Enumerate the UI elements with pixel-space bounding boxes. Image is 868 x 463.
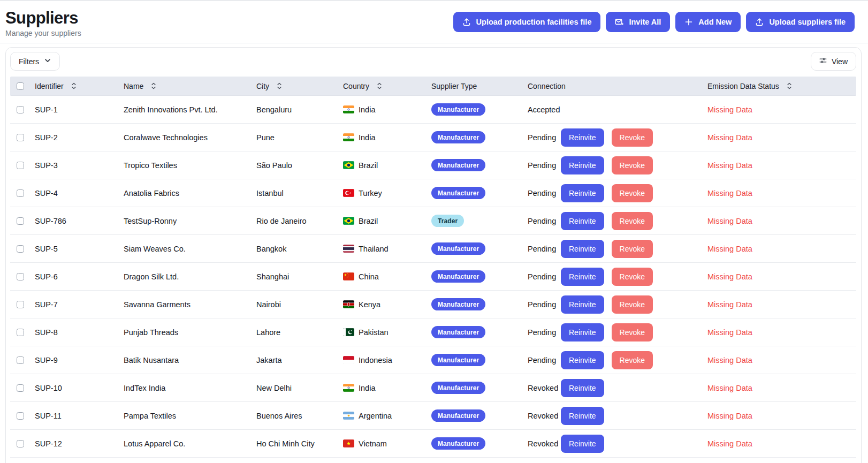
cell-city: São Paulo [256, 161, 343, 170]
column-header-country[interactable]: Country [343, 82, 431, 90]
reinvite-button[interactable]: Reinvite [561, 212, 604, 230]
reinvite-button[interactable]: Reinvite [561, 379, 604, 397]
cell-country: India [343, 384, 431, 392]
reinvite-button[interactable]: Reinvite [561, 128, 604, 147]
cell-emission-data-status: Missing Data [707, 189, 856, 198]
row-checkbox[interactable] [17, 356, 24, 364]
flag-kenya-icon [343, 300, 354, 308]
column-header-city[interactable]: City [256, 82, 343, 90]
emission-status-text: Missing Data [707, 217, 752, 225]
connection-status-text: Pending [528, 189, 561, 198]
upload-suppliers-file-button[interactable]: Upload suppliers file [746, 12, 855, 32]
flag-brazil-icon [343, 161, 354, 169]
city-text: Pune [256, 133, 275, 142]
table-row: SUP-11Pampa TextilesBuenos AiresArgentin… [10, 402, 856, 430]
row-checkbox[interactable] [17, 440, 24, 447]
cell-emission-data-status: Missing Data [707, 356, 856, 365]
reinvite-button[interactable]: Reinvite [561, 295, 604, 314]
page-titles: Suppliers Manage your suppliers [5, 7, 81, 37]
cell-identifier: SUP-786 [35, 217, 124, 225]
reinvite-button[interactable]: Reinvite [561, 240, 604, 258]
cell-supplier-type: Manufacturer [431, 409, 528, 422]
revoke-button[interactable]: Revoke [612, 323, 653, 341]
country-text: Indonesia [359, 356, 392, 365]
emission-status-text: Missing Data [707, 189, 752, 198]
reinvite-button[interactable]: Reinvite [561, 407, 604, 425]
row-checkbox[interactable] [17, 273, 24, 280]
column-header-identifier[interactable]: Identifier [35, 82, 124, 90]
cell-name: Batik Nusantara [124, 356, 256, 365]
row-checkbox[interactable] [17, 189, 24, 197]
cell-country: Thailand [343, 245, 431, 253]
city-text: Shanghai [256, 272, 289, 281]
select-all-checkbox[interactable] [17, 82, 24, 90]
sort-icon [377, 82, 382, 89]
emission-status-text: Missing Data [707, 245, 752, 253]
cell-city: Shanghai [256, 272, 343, 281]
revoke-button[interactable]: Revoke [612, 295, 653, 314]
row-checkbox[interactable] [17, 301, 24, 308]
cell-identifier: SUP-2 [35, 133, 124, 142]
cell-emission-data-status: Missing Data [707, 245, 856, 253]
cell-connection: PendingReinviteRevoke [528, 128, 707, 147]
name-text: Pampa Textiles [124, 412, 176, 420]
cell-connection: PendingReinviteRevoke [528, 212, 707, 230]
upload-production-facilities-file-button[interactable]: Upload production facilities file [453, 12, 601, 32]
revoke-button[interactable]: Revoke [612, 268, 653, 286]
reinvite-button[interactable]: Reinvite [561, 323, 604, 341]
cell-connection: PendingReinviteRevoke [528, 156, 707, 174]
column-header-supplier-type: Supplier Type [431, 82, 528, 90]
identifier-text: SUP-6 [35, 272, 58, 281]
row-checkbox-cell [10, 440, 35, 447]
row-checkbox[interactable] [17, 134, 24, 141]
table-row: SUP-9Batik NusantaraJakartaIndonesiaManu… [10, 346, 856, 374]
reinvite-button[interactable]: Reinvite [561, 435, 604, 453]
reinvite-button[interactable]: Reinvite [561, 351, 604, 369]
reinvite-button[interactable]: Reinvite [561, 184, 604, 202]
revoke-button[interactable]: Revoke [612, 240, 653, 258]
row-checkbox[interactable] [17, 245, 24, 253]
column-header-emission-data-status[interactable]: Emission Data Status [707, 82, 856, 90]
column-header-name[interactable]: Name [124, 82, 256, 90]
revoke-button[interactable]: Revoke [612, 212, 653, 230]
cell-emission-data-status: Missing Data [707, 412, 856, 420]
add-new-button[interactable]: Add New [675, 12, 741, 32]
row-checkbox[interactable] [17, 329, 24, 336]
cell-name: Punjab Threads [124, 328, 256, 337]
name-text: IndTex India [124, 384, 165, 392]
upload-icon [755, 18, 764, 26]
view-button[interactable]: View [811, 52, 856, 71]
row-checkbox[interactable] [17, 217, 24, 225]
row-checkbox[interactable] [17, 106, 24, 113]
reinvite-button[interactable]: Reinvite [561, 156, 604, 174]
cell-country: Brazil [343, 217, 431, 225]
table-row: SUP-7Savanna GarmentsNairobiKenyaManufac… [10, 291, 856, 318]
revoke-button[interactable]: Revoke [612, 184, 653, 202]
reinvite-button[interactable]: Reinvite [561, 268, 604, 286]
revoke-button[interactable]: Revoke [612, 351, 653, 369]
filters-button[interactable]: Filters [10, 52, 60, 71]
cell-identifier: SUP-11 [35, 412, 124, 420]
row-checkbox[interactable] [17, 384, 24, 392]
supplier-type-badge: Manufacturer [431, 242, 485, 255]
header-checkbox-cell [10, 82, 35, 90]
supplier-type-badge: Manufacturer [431, 382, 485, 394]
row-checkbox-cell [10, 384, 35, 392]
column-header-label: Supplier Type [431, 82, 477, 90]
cell-connection: PendingReinviteRevoke [528, 184, 707, 202]
page-title: Suppliers [5, 9, 81, 28]
name-text: Dragon Silk Ltd. [124, 272, 179, 281]
table-row: SUP-4Anatolia FabricsIstanbulTurkeyManuf… [10, 179, 856, 207]
emission-status-text: Missing Data [707, 328, 752, 337]
invite-all-button[interactable]: Invite All [606, 12, 670, 32]
row-checkbox[interactable] [17, 162, 24, 169]
cell-country: Vietnam [343, 439, 431, 448]
cell-supplier-type: Manufacturer [431, 159, 528, 171]
flag-pakistan-icon [343, 328, 354, 336]
revoke-button[interactable]: Revoke [612, 128, 653, 147]
identifier-text: SUP-2 [35, 133, 58, 142]
row-checkbox[interactable] [17, 412, 24, 420]
cell-country: India [343, 105, 431, 114]
revoke-button[interactable]: Revoke [612, 156, 653, 174]
cell-emission-data-status: Missing Data [707, 300, 856, 309]
